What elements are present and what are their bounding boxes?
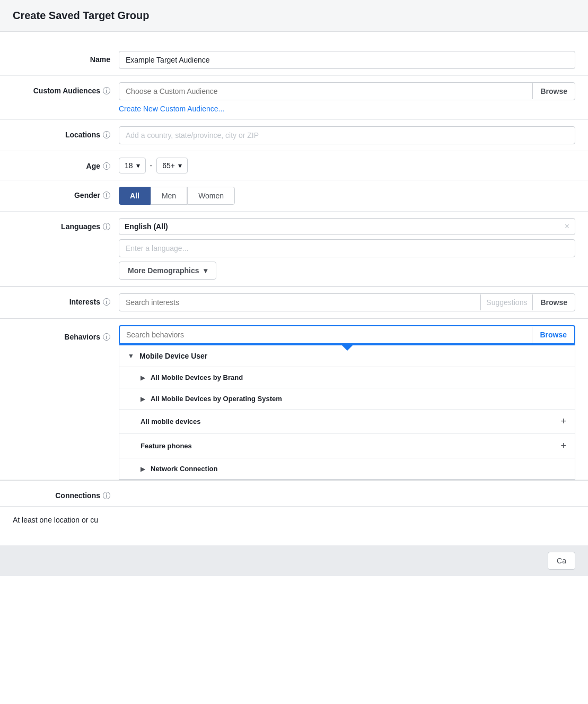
cancel-button[interactable]: Ca bbox=[548, 552, 575, 570]
age-from-select[interactable]: 18 ▾ bbox=[119, 158, 146, 173]
dropdown-arrow-all-mobile-os: ▶ bbox=[141, 395, 145, 403]
languages-label: Languages i bbox=[13, 218, 119, 231]
language-tag-english: English (All) bbox=[125, 222, 168, 231]
behaviors-row-inner: Behaviors i Browse bbox=[13, 325, 575, 344]
connections-row: Connections i bbox=[0, 481, 588, 507]
dropdown-plus-feature-phones: + bbox=[560, 440, 566, 451]
interests-info-icon[interactable]: i bbox=[103, 298, 110, 306]
behaviors-label: Behaviors i bbox=[13, 325, 119, 344]
languages-control: English (All) × More Demographics ▾ bbox=[119, 218, 575, 280]
age-to-chevron: ▾ bbox=[178, 161, 182, 170]
behaviors-search-input[interactable] bbox=[120, 326, 532, 343]
interests-browse-button[interactable]: Browse bbox=[533, 294, 575, 311]
dropdown-label-all-mobile-brand: All Mobile Devices by Brand bbox=[151, 373, 243, 381]
behaviors-info-icon[interactable]: i bbox=[103, 333, 110, 341]
age-label: Age i bbox=[13, 158, 119, 170]
dropdown-item-all-mobile-os[interactable]: ▶ All Mobile Devices by Operating System bbox=[119, 388, 575, 410]
dropdown-label-feature-phones: Feature phones bbox=[141, 442, 192, 450]
name-label: Name bbox=[13, 51, 119, 64]
interests-label: Interests i bbox=[13, 293, 119, 306]
dropdown-label-all-mobile-devices: All mobile devices bbox=[141, 418, 200, 425]
behaviors-control: Browse bbox=[119, 325, 575, 344]
page-container: Create Saved Target Group Name Custom Au… bbox=[0, 0, 588, 704]
dropdown-arrow-mobile-device-user: ▼ bbox=[128, 352, 134, 360]
gender-row: Gender i All Men Women bbox=[0, 180, 588, 212]
dropdown-arrow-all-mobile-brand: ▶ bbox=[141, 374, 145, 381]
name-field-wrapper bbox=[119, 51, 575, 69]
dropdown-item-all-mobile-brand[interactable]: ▶ All Mobile Devices by Brand bbox=[119, 367, 575, 388]
locations-input[interactable] bbox=[119, 126, 575, 144]
connections-label: Connections i bbox=[13, 487, 119, 500]
behaviors-dropdown-panel: ▼ Mobile Device User ▶ All Mobile Device… bbox=[119, 344, 575, 480]
gender-label: Gender i bbox=[13, 187, 119, 199]
name-input[interactable] bbox=[119, 51, 575, 69]
age-selector-row: 18 ▾ - 65+ ▾ bbox=[119, 158, 575, 173]
age-info-icon[interactable]: i bbox=[103, 162, 110, 170]
locations-control bbox=[119, 126, 575, 144]
more-demographics-button[interactable]: More Demographics ▾ bbox=[119, 262, 216, 280]
dropdown-label-mobile-device-user: Mobile Device User bbox=[139, 352, 207, 360]
locations-info-icon[interactable]: i bbox=[103, 131, 110, 138]
dropdown-arrow-network-connection: ▶ bbox=[141, 465, 145, 473]
behaviors-dropdown-container: ▼ Mobile Device User ▶ All Mobile Device… bbox=[119, 344, 575, 480]
behaviors-browse-button[interactable]: Browse bbox=[532, 326, 574, 343]
custom-audience-input[interactable] bbox=[119, 83, 532, 100]
custom-audiences-row: Custom Audiences i Browse Create New Cus… bbox=[0, 76, 588, 120]
create-custom-audience-link[interactable]: Create New Custom Audience... bbox=[119, 105, 575, 113]
custom-audiences-browse-button[interactable]: Browse bbox=[533, 83, 575, 100]
dropdown-item-feature-phones[interactable]: Feature phones + bbox=[119, 434, 575, 458]
connections-info-icon[interactable]: i bbox=[103, 492, 110, 499]
custom-audiences-info-icon[interactable]: i bbox=[103, 87, 110, 94]
dropdown-label-all-mobile-os: All Mobile Devices by Operating System bbox=[151, 395, 282, 403]
interests-suggestions-button[interactable]: Suggestions bbox=[481, 294, 532, 311]
dropdown-item-all-mobile-devices[interactable]: All mobile devices + bbox=[119, 410, 575, 434]
gender-button-group: All Men Women bbox=[119, 187, 575, 205]
bottom-bar: Ca bbox=[0, 545, 588, 576]
age-row: Age i 18 ▾ - 65+ ▾ bbox=[0, 151, 588, 180]
dropdown-label-network-connection: Network Connection bbox=[151, 465, 217, 473]
custom-audience-input-wrapper: Browse bbox=[119, 82, 575, 100]
page-header: Create Saved Target Group bbox=[0, 0, 588, 32]
gender-women-button[interactable]: Women bbox=[187, 187, 235, 205]
behaviors-chevron-up-indicator bbox=[342, 345, 353, 351]
page-title: Create Saved Target Group bbox=[13, 10, 575, 22]
age-control: 18 ▾ - 65+ ▾ bbox=[119, 158, 575, 173]
form-container: Name Custom Audiences i Browse Create Ne… bbox=[0, 32, 588, 545]
gender-info-icon[interactable]: i bbox=[103, 192, 110, 199]
gender-control: All Men Women bbox=[119, 187, 575, 205]
age-to-select[interactable]: 65+ ▾ bbox=[156, 158, 188, 173]
language-tags-box: English (All) × bbox=[119, 218, 575, 235]
dropdown-item-network-connection[interactable]: ▶ Network Connection bbox=[119, 458, 575, 479]
name-row: Name bbox=[0, 45, 588, 76]
custom-audiences-control: Browse Create New Custom Audience... bbox=[119, 82, 575, 113]
gender-all-button[interactable]: All bbox=[119, 187, 151, 205]
custom-audiences-label: Custom Audiences i bbox=[13, 82, 119, 95]
languages-info-icon[interactable]: i bbox=[103, 223, 110, 230]
locations-row: Locations i bbox=[0, 120, 588, 151]
interests-row: Interests i Suggestions Browse bbox=[0, 287, 588, 318]
locations-label: Locations i bbox=[13, 126, 119, 139]
gender-men-button[interactable]: Men bbox=[151, 187, 187, 205]
languages-row: Languages i English (All) × More Demogra… bbox=[0, 212, 588, 286]
interests-search-input[interactable] bbox=[119, 294, 480, 311]
behaviors-input-wrapper: Browse bbox=[119, 325, 575, 344]
more-demographics-chevron: ▾ bbox=[204, 266, 207, 275]
age-from-chevron: ▾ bbox=[136, 161, 140, 170]
at-least-row: At least one location or cu bbox=[0, 507, 588, 533]
age-dash: - bbox=[150, 161, 153, 170]
language-remove-icon[interactable]: × bbox=[565, 222, 569, 231]
language-input[interactable] bbox=[119, 239, 575, 257]
behaviors-row: Behaviors i Browse ▼ bbox=[0, 319, 588, 480]
dropdown-plus-all-mobile-devices: + bbox=[560, 416, 566, 427]
interests-input-wrapper: Suggestions Browse bbox=[119, 293, 575, 311]
interests-control: Suggestions Browse bbox=[119, 293, 575, 311]
